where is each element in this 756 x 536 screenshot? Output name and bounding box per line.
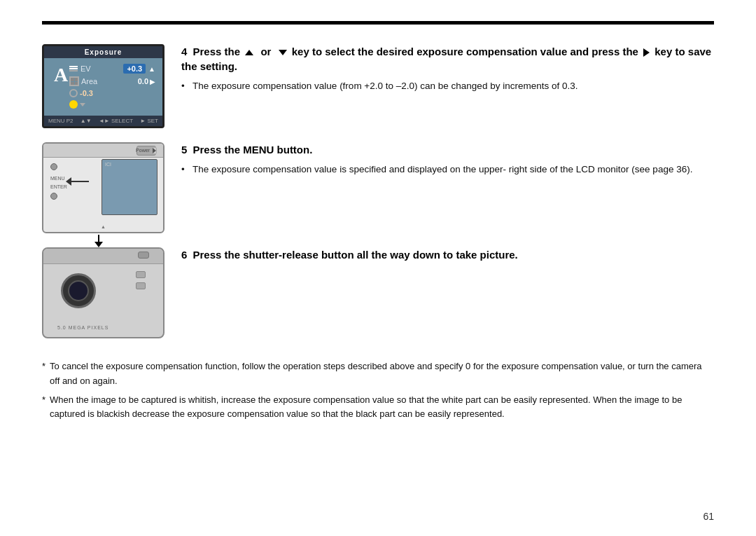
top-border [42,21,714,25]
step4-after: key to select the desired exposure compe… [292,46,641,57]
front-btn-1 [136,271,146,278]
play-icon [153,148,156,153]
brand-text: 5.0 MEGA PIXELS [57,325,108,330]
notes-section: * To cancel the exposure compensation fu… [42,359,714,426]
step5-heading: 5 Press the MENU button. [181,142,714,157]
lcd-title: Exposure [44,46,162,58]
step5-row: Power MENU ENTER [42,142,714,233]
neg-value: -0.3 [80,89,93,97]
note-star-1: * [42,359,46,389]
power-icon [152,147,157,154]
note-text-2: When the image to be captured is whitish… [50,393,714,422]
note-2: * When the image to be captured is whiti… [42,393,714,422]
ev-label: EV [80,64,123,73]
camera-side-view: Power MENU ENTER [42,142,164,233]
step4-bullets: The exposure compensation value (from +2… [181,79,714,93]
power-button: Power [136,146,156,156]
step5-bullet-1: The exposure compensation value is speci… [181,163,714,177]
note-text-1: To cancel the exposure compensation func… [50,359,714,389]
arrow-line [71,181,89,182]
step5-text: 5 Press the MENU button. The exposure co… [181,142,714,179]
step6-text: 6 Press the shutter-release button all t… [181,247,714,268]
step5-num: 5 [181,144,187,156]
power-label: Power [136,148,150,153]
arrow-down-icon [279,50,287,55]
front-btn-2 [136,282,146,289]
page-number: 61 [703,511,714,522]
camera-top-section [43,249,163,264]
camera-screen: ICI [102,159,158,215]
circle-icon [69,89,78,97]
step4-heading: 4 Press the or key to select the desired… [181,44,714,74]
side-controls: MENU ENTER [50,163,67,200]
lcd-area-row: Area 0.0 ▶ [69,76,155,86]
lcd-bottom-select: ◄► SELECT [99,118,133,124]
side-btn-2 [50,193,57,200]
lcd-bottom-set: ► SET [140,118,158,124]
menu-arrow [66,177,89,186]
tri-right: ▶ [150,78,155,85]
camera-front-view: 5.0 MEGA PIXELS [42,247,164,338]
camera-lens [61,273,96,308]
step4-row: Exposure A [42,44,714,128]
step6-num: 6 [181,249,187,261]
arrow-right-icon [643,48,650,57]
step4-bullet-1: The exposure compensation value (from +2… [181,79,714,93]
lcd-ev-row: EV +0.3 ▲ [69,64,155,74]
step5-bullets: The exposure compensation value is speci… [181,163,714,177]
arrow-shaft [98,235,99,242]
down-arrow-indicator [94,235,103,247]
note-star-2: * [42,393,46,422]
shutter-button [138,252,149,259]
sun-icon [69,100,78,109]
area-value: 0.0 [138,77,148,85]
front-buttons [136,271,146,289]
lcd-neg-row: -0.3 [69,89,155,97]
step4-or: or [260,46,271,57]
area-label: Area [81,77,135,85]
note-1: * To cancel the exposure compensation fu… [42,359,714,389]
screen-label: ICI [102,160,157,169]
step6-image-container: 5.0 MEGA PIXELS [42,247,164,338]
content-area: Exposure A [42,44,714,426]
step6-heading-text: Press the shutter-release button all the… [193,249,518,261]
step6-heading: 6 Press the shutter-release button all t… [181,247,714,262]
arrow-up-icon [245,50,253,55]
side-btn-1 [50,163,57,170]
page-container: Exposure A [0,0,756,536]
menu-label: MENU [50,176,67,181]
step4-text: 4 Press the or key to select the desired… [181,44,714,96]
camera-brand: 5.0 MEGA PIXELS [57,325,108,330]
lcd-bottom-bar: MENU P2 ▲▼ ◄► SELECT ► SET [44,116,162,126]
camera-top: Power [43,144,163,158]
lens-inner [68,280,89,301]
enter-label: ENTER [50,184,67,189]
arrow-head [94,242,103,247]
step4-before: Press the [193,46,241,57]
step5-heading-text: Press the MENU button. [193,144,313,156]
ev-value: +0.3 [123,64,146,74]
left-arrow-icon [66,177,71,186]
step4-num: 4 [181,46,187,57]
tri-down-icon [80,103,85,106]
lcd-bottom-menu: MENU P2 [48,118,74,124]
camera-bottom: ▲ [43,224,163,229]
step6-row: 5.0 MEGA PIXELS 6 Press the shutter-rele… [42,247,714,338]
lcd-body: A EV +0.3 ▲ [44,58,162,116]
lcd-sun-row [69,100,155,109]
lcd-bottom-av: ▲▼ [80,118,92,124]
tri-up: ▲ [148,65,155,73]
lcd-screen: Exposure A [42,44,164,128]
